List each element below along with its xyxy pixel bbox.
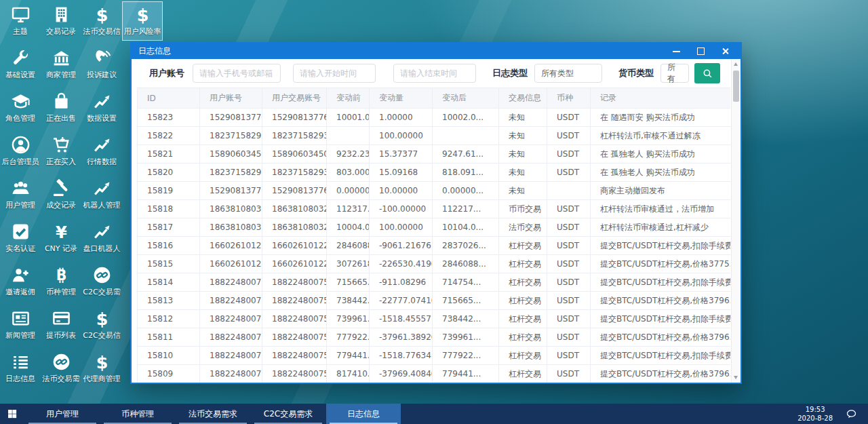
table-cell: 15290813776 — [200, 182, 262, 200]
desktop-icon-yen-icon[interactable]: ¥CNY 记录 — [41, 218, 81, 258]
desktop-icon-dollar-icon[interactable]: $用户风险率 — [122, 1, 163, 41]
table-cell: 2846088... — [327, 237, 370, 255]
desktop-icon-label: 法币交易信 — [83, 26, 121, 37]
log-type-select[interactable]: 所有类型 — [534, 64, 602, 83]
list-icon — [11, 352, 31, 372]
desktop-icon-label: 代理商管理 — [83, 374, 121, 384]
desktop-icon-bitcoin-icon[interactable]: B币种管理 — [41, 262, 81, 301]
table-cell: 777922... — [327, 328, 370, 347]
search-button[interactable] — [694, 63, 720, 83]
table-row[interactable]: 1581516602610122166026101223072618...-22… — [138, 255, 731, 273]
desktop-icon-shopping-bag-icon[interactable]: 正在出售 — [41, 88, 81, 128]
table-cell: 112317... — [327, 200, 370, 218]
account-input[interactable] — [193, 64, 281, 83]
desktop-icon-user-plus-icon[interactable]: 邀请返佣 — [0, 262, 41, 301]
table-row[interactable]: 158181863810803218638108032112317...-100… — [138, 200, 731, 218]
table-row[interactable]: 158101882248007518822480075779441...-151… — [138, 347, 731, 365]
desktop-icon-check-square-icon[interactable]: 实名认证 — [0, 218, 41, 258]
scroll-down-arrow-icon[interactable] — [732, 373, 741, 382]
taskbar-item[interactable]: 币种管理 — [100, 404, 175, 424]
desktop-icon-dollar-icon[interactable]: $法币交易信 — [81, 1, 122, 41]
desktop-icon-dollar-icon[interactable]: $代理商管理 — [81, 349, 122, 388]
desktop-icon-chart-line-icon[interactable]: 盘口机器人 — [81, 218, 122, 258]
column-header: 变动后 — [433, 88, 499, 109]
table-row[interactable]: 158121882248007518822480075739961...-151… — [138, 310, 731, 328]
table-cell: USDT — [547, 200, 591, 218]
table-row[interactable]: 15823152908137761529081377610001.0...1.0… — [138, 109, 731, 127]
table-row[interactable]: 158111882248007518822480075777922...-379… — [138, 328, 731, 347]
desktop-icon-gavel-icon[interactable]: 成交记录 — [41, 175, 81, 214]
svg-text:$: $ — [96, 5, 108, 24]
desktop-icon-graduation-cap-icon[interactable]: 角色管理 — [0, 88, 41, 128]
table-cell: 16602610122 — [200, 255, 262, 273]
desktop-icon-chart-line-icon[interactable]: 数据设置 — [81, 88, 122, 128]
svg-text:$: $ — [96, 352, 108, 372]
desktop-icon-wrench-icon[interactable]: 基础设置 — [0, 45, 41, 84]
taskbar-item[interactable]: 法币交易需求 — [176, 404, 250, 424]
maximize-button[interactable] — [693, 46, 708, 57]
table-row[interactable]: 158131882248007518822480075738442...-227… — [138, 292, 731, 310]
window-titlebar[interactable]: 日志信息 — [132, 43, 741, 59]
desktop-icon-list-icon[interactable]: 日志信息 — [0, 349, 41, 388]
taskbar-clock[interactable]: 19:53 2020-8-28 — [797, 405, 833, 423]
desktop-icon-newspaper-icon[interactable]: 新闻管理 — [0, 305, 41, 345]
desktop-icon-label: 主题 — [13, 26, 28, 37]
taskbar-item[interactable]: 日志信息 — [326, 404, 401, 424]
table-row[interactable]: 158201823715829318237158293803.000...15.… — [138, 163, 731, 182]
close-button[interactable] — [717, 46, 732, 57]
table-cell: 0.00000... — [433, 182, 499, 200]
desktop-icon-cart-icon[interactable]: 正在买入 — [41, 132, 81, 171]
table-cell: USDT — [547, 109, 591, 127]
table-row[interactable]: 1581616602610122166026101222846088...-90… — [138, 237, 731, 255]
minimize-button[interactable] — [669, 46, 684, 57]
currency-type-select[interactable]: 所有 — [660, 64, 689, 83]
column-header: ID — [138, 88, 200, 109]
desktop-icon-monitor-icon[interactable]: 主题 — [0, 1, 41, 41]
column-header: 变动前 — [327, 88, 370, 109]
table-cell: -1518.77634 — [370, 347, 433, 365]
desktop-icon-building-icon[interactable]: 交易记录 — [41, 1, 81, 41]
table-cell: 100.00000 — [370, 218, 433, 237]
desktop-icon-card-icon[interactable]: 提币列表 — [41, 305, 81, 345]
table-row[interactable]: 158091882248007518822480075817410...-379… — [138, 365, 731, 383]
desktop-icon-phone-icon[interactable]: 投诉建议 — [81, 45, 122, 84]
table-row[interactable]: 1581915290813776152908137760.00000...10.… — [138, 182, 731, 200]
table-cell: 715665... — [433, 292, 499, 310]
chat-bubble-icon[interactable] — [841, 408, 861, 420]
column-header: 交易信息 — [499, 88, 547, 109]
gavel-icon — [52, 178, 71, 198]
desktop-icon-admin-user-icon[interactable]: 后台管理员 — [0, 132, 41, 171]
svg-text:$: $ — [136, 5, 149, 24]
desktop-icon-link-circle-icon[interactable]: 法币交易需 — [41, 349, 81, 388]
start-button[interactable] — [0, 404, 24, 424]
table-cell: 18638108032 — [200, 200, 262, 218]
taskbar-item[interactable]: C2C交易需求 — [251, 404, 326, 424]
table-cell: 提交BTC/USDT杠杆交易,价格3796.1389... — [591, 328, 731, 347]
desktop-icon-chart-line-icon[interactable]: 行情数据 — [81, 132, 122, 171]
desktop-icon-link-circle-icon[interactable]: C2C交易需 — [81, 262, 122, 301]
scroll-up-arrow-icon[interactable] — [732, 60, 741, 69]
desktop-icon-label: 机器人管理 — [83, 200, 121, 210]
table-cell: 币币交易 — [499, 200, 547, 218]
start-time-input[interactable] — [293, 64, 376, 83]
table-row[interactable]: 1582115890603450158906034509232.23...15.… — [138, 145, 731, 163]
desktop-icon-bank-icon[interactable]: 商家管理 — [41, 45, 81, 84]
table-cell: 9232.23... — [327, 145, 370, 163]
table-cell: 提交BTC/USDT杠杆交易,扣除手续费 — [591, 237, 731, 255]
desktop-icon-dollar-icon[interactable]: $C2C交易信 — [81, 305, 122, 345]
taskbar-item[interactable]: 用户管理 — [25, 404, 100, 424]
desktop-icon-chart-line-icon[interactable]: 机器人管理 — [81, 175, 122, 214]
desktop-icon-label: 行情数据 — [87, 157, 117, 167]
table-cell — [433, 127, 499, 145]
yen-icon: ¥ — [52, 222, 71, 242]
scrollbar[interactable] — [731, 59, 741, 383]
table-row[interactable]: 15817186381080321863810803210004.0...100… — [138, 218, 731, 237]
table-row[interactable]: 158141882248007518822480075715665...-911… — [138, 273, 731, 292]
end-time-input[interactable] — [393, 64, 476, 83]
users-icon — [11, 178, 31, 198]
table-row[interactable]: 158221823715829318237158293100.00000未知US… — [138, 127, 731, 145]
desktop-icon-label: 币种管理 — [46, 287, 76, 297]
scroll-thumb[interactable] — [733, 71, 739, 102]
desktop-icon-users-icon[interactable]: 用户管理 — [0, 175, 41, 214]
table-cell: USDT — [547, 310, 591, 328]
